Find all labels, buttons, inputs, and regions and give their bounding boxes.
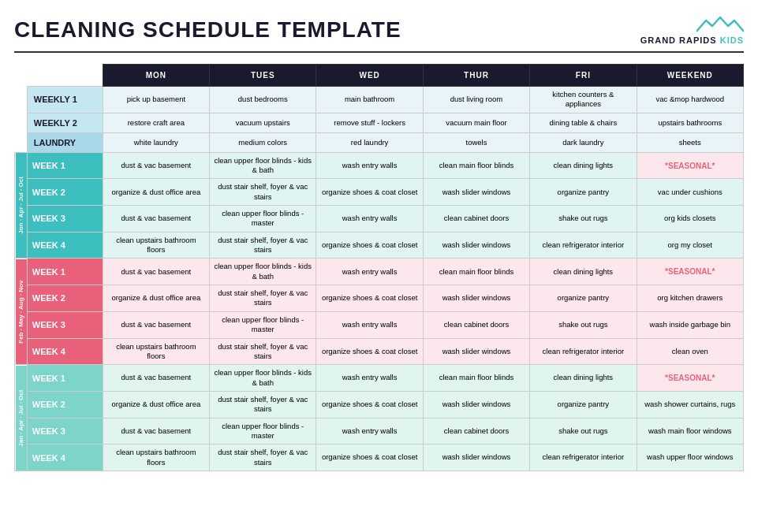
table-cell: *SEASONAL* — [637, 152, 743, 179]
table-cell: wash entry walls — [316, 418, 423, 445]
row-label: WEEKLY 2 — [27, 113, 103, 132]
table-cell: organize shoes & coat closet — [316, 391, 423, 418]
table-cell: shake out rugs — [530, 206, 637, 233]
week-label: WEEK 4 — [27, 338, 103, 365]
week-label: WEEK 3 — [27, 311, 103, 338]
table-header-row: MON TUES WED THUR FRI WEEKEND — [15, 65, 744, 87]
table-cell: remove stuff - lockers — [316, 113, 423, 132]
week-label: WEEK 4 — [27, 232, 103, 259]
table-cell: sheets — [637, 132, 743, 152]
table-cell: organize shoes & coat closet — [316, 445, 423, 471]
table-cell: organize pantry — [530, 391, 637, 418]
table-cell: clean dining lights — [530, 152, 637, 179]
table-cell: clean upper floor blinds - kids & bath — [210, 152, 316, 179]
table-cell: organize shoes & coat closet — [316, 285, 423, 312]
table-cell: upstairs bathrooms — [637, 113, 743, 132]
table-cell: vac &mop hardwood — [637, 87, 743, 113]
table-cell: clean upper floor blinds - master — [210, 206, 316, 233]
row-label: LAUNDRY — [27, 132, 103, 152]
table-cell: wash slider windows — [423, 391, 529, 418]
table-cell: red laundry — [316, 132, 423, 152]
table-cell: clean main floor blinds — [423, 152, 529, 179]
table-cell: organize pantry — [530, 179, 637, 206]
logo: GRAND RAPIDS KIDS — [640, 14, 744, 45]
table-cell: clean cabinet doors — [423, 418, 529, 445]
table-cell: vac under cushions — [637, 179, 743, 206]
week-label: WEEK 1 — [27, 152, 103, 179]
week-row: WEEK 3dust & vac basementclean upper flo… — [15, 311, 744, 338]
weekly-row: LAUNDRYwhite laundrymedium colorsred lau… — [15, 132, 744, 152]
table-cell: org my closet — [637, 232, 743, 259]
week-label: WEEK 2 — [27, 391, 103, 418]
table-cell: wash slider windows — [423, 179, 529, 206]
week-row: WEEK 3dust & vac basementclean upper flo… — [15, 418, 744, 445]
table-cell: clean main floor blinds — [423, 365, 529, 392]
table-cell: *SEASONAL* — [637, 259, 743, 285]
table-cell: organize shoes & coat closet — [316, 338, 423, 365]
table-cell: clean dining lights — [530, 259, 637, 285]
table-cell: kitchen counters & appliances — [530, 87, 637, 113]
table-cell: vacuum main floor — [423, 113, 529, 132]
logo-text: GRAND RAPIDS KIDS — [640, 35, 744, 45]
table-cell: wash slider windows — [423, 232, 529, 259]
col-thur: THUR — [423, 65, 529, 87]
table-cell: dust & vac basement — [103, 311, 209, 338]
side-spacer — [15, 113, 28, 132]
table-cell: wash inside garbage bin — [637, 311, 743, 338]
week-row: WEEK 4clean upstairs bathroom floorsdust… — [15, 232, 744, 259]
table-cell: restore craft area — [103, 113, 209, 132]
table-cell: organize & dust office area — [103, 391, 209, 418]
week-row: WEEK 2organize & dust office areadust st… — [15, 391, 744, 418]
table-cell: wash entry walls — [316, 311, 423, 338]
table-cell: white laundry — [103, 132, 209, 152]
row-label: WEEKLY 1 — [27, 87, 103, 113]
page-header: CLEANING SCHEDULE TEMPLATE GRAND RAPIDS … — [14, 14, 744, 53]
table-cell: dust & vac basement — [103, 259, 209, 285]
table-cell: main bathroom — [316, 87, 423, 113]
table-cell: towels — [423, 132, 529, 152]
table-cell: org kids closets — [637, 206, 743, 233]
week-row: WEEK 4clean upstairs bathroom floorsdust… — [15, 445, 744, 471]
table-cell: dining table & chairs — [530, 113, 637, 132]
table-cell: wash entry walls — [316, 365, 423, 392]
week-row: Jon · Apr · Jul · OctWEEK 1dust & vac ba… — [15, 152, 744, 179]
table-cell: clean cabinet doors — [423, 311, 529, 338]
table-cell: clean upper floor blinds - master — [210, 311, 316, 338]
table-cell: clean dining lights — [530, 365, 637, 392]
table-cell: medium colors — [210, 132, 316, 152]
weekly-row: WEEKLY 1pick up basementdust bedroomsmai… — [15, 87, 744, 113]
logo-icon — [696, 14, 744, 34]
week-label: WEEK 2 — [27, 179, 103, 206]
schedule-table: MON TUES WED THUR FRI WEEKEND WEEKLY 1pi… — [14, 64, 744, 471]
week-label: WEEK 2 — [27, 285, 103, 312]
col-mon: MON — [103, 65, 209, 87]
table-cell: dust stair shelf, foyer & vac stairs — [210, 285, 316, 312]
table-cell: clean upper floor blinds - kids & bath — [210, 365, 316, 392]
table-cell: organize pantry — [530, 285, 637, 312]
table-cell: organize & dust office area — [103, 285, 209, 312]
page: CLEANING SCHEDULE TEMPLATE GRAND RAPIDS … — [0, 0, 758, 479]
table-cell: dust stair shelf, foyer & vac stairs — [210, 179, 316, 206]
side-spacer — [15, 87, 28, 113]
side-spacer — [15, 132, 28, 152]
week-label: WEEK 1 — [27, 365, 103, 392]
table-cell: wash entry walls — [316, 152, 423, 179]
table-cell: dark laundry — [530, 132, 637, 152]
table-cell: wash upper floor windows — [637, 445, 743, 471]
table-cell: shake out rugs — [530, 311, 637, 338]
table-cell: dust & vac basement — [103, 365, 209, 392]
table-cell: clean refrigerator interior — [530, 338, 637, 365]
table-cell: clean main floor blinds — [423, 259, 529, 285]
table-cell: dust & vac basement — [103, 418, 209, 445]
table-cell: clean upstairs bathroom floors — [103, 232, 209, 259]
weekly-row: WEEKLY 2restore craft areavacuum upstair… — [15, 113, 744, 132]
week-row: WEEK 2organize & dust office areadust st… — [15, 179, 744, 206]
week-row: WEEK 3dust & vac basementclean upper flo… — [15, 206, 744, 233]
table-cell: organize & dust office area — [103, 179, 209, 206]
table-cell: clean cabinet doors — [423, 206, 529, 233]
table-cell: clean upper floor blinds - kids & bath — [210, 259, 316, 285]
table-cell: clean oven — [637, 338, 743, 365]
table-cell: wash entry walls — [316, 206, 423, 233]
group-label: Jan · Apr · Jul · Oct — [15, 365, 28, 471]
table-cell: org kitchen drawers — [637, 285, 743, 312]
